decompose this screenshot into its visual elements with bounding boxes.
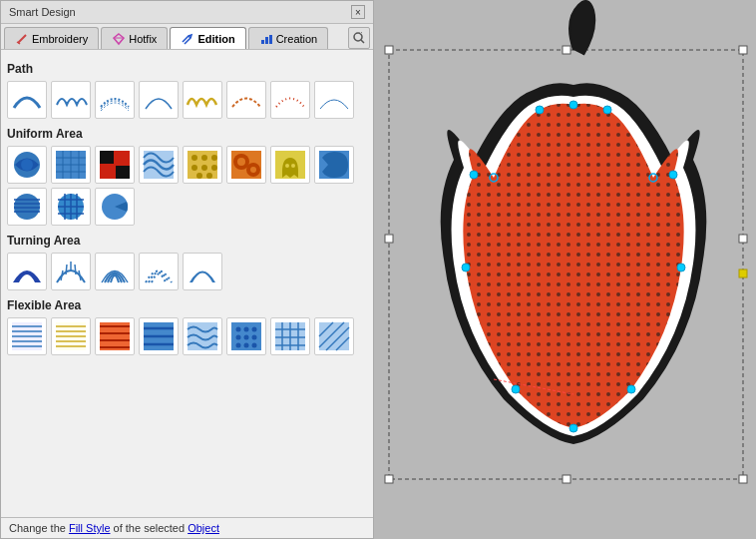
tab-creation-label: Creation xyxy=(276,33,318,45)
svg-point-123 xyxy=(627,385,635,393)
gem-icon xyxy=(112,32,126,46)
svg-point-127 xyxy=(603,106,611,114)
svg-point-129 xyxy=(536,106,544,114)
svg-line-0 xyxy=(18,35,26,43)
svg-point-25 xyxy=(191,155,197,161)
list-item[interactable] xyxy=(139,253,179,290)
list-item[interactable] xyxy=(51,317,91,355)
section-path-label: Path xyxy=(7,62,367,76)
list-item[interactable] xyxy=(7,188,47,226)
list-item[interactable] xyxy=(183,146,222,184)
tab-creation[interactable]: Creation xyxy=(248,27,329,49)
svg-point-39 xyxy=(285,164,289,168)
svg-point-27 xyxy=(211,155,217,161)
svg-line-4 xyxy=(189,36,190,38)
list-item[interactable] xyxy=(95,146,135,184)
svg-marker-2 xyxy=(114,34,124,44)
list-item[interactable] xyxy=(139,146,179,184)
svg-rect-6 xyxy=(265,37,268,44)
section-uniform-grid xyxy=(7,146,367,226)
status-bar: Change the Fill Style of the selected Ob… xyxy=(1,517,373,538)
list-item[interactable] xyxy=(226,317,266,355)
panel-close-button[interactable]: × xyxy=(351,5,365,19)
list-item[interactable] xyxy=(51,188,91,226)
search-button[interactable] xyxy=(348,27,370,49)
svg-point-122 xyxy=(569,424,577,432)
tab-edition[interactable]: Edition xyxy=(170,27,245,49)
list-item[interactable] xyxy=(95,317,135,355)
svg-point-128 xyxy=(569,101,577,109)
list-item[interactable] xyxy=(7,81,47,119)
status-text: Change the Fill Style of the selected Ob… xyxy=(9,522,219,534)
list-item[interactable] xyxy=(95,188,135,226)
list-item[interactable] xyxy=(270,81,310,119)
list-item[interactable] xyxy=(314,146,354,184)
list-item[interactable] xyxy=(270,317,310,355)
svg-rect-114 xyxy=(739,270,747,277)
canvas-area xyxy=(374,0,756,539)
svg-rect-99 xyxy=(319,322,349,350)
tab-edition-label: Edition xyxy=(197,33,234,45)
list-item[interactable] xyxy=(314,317,354,355)
svg-point-86 xyxy=(236,335,241,340)
list-item[interactable] xyxy=(7,146,47,184)
list-item[interactable] xyxy=(95,253,135,290)
list-item[interactable] xyxy=(7,253,47,290)
section-turning-label: Turning Area xyxy=(7,234,367,248)
list-item[interactable] xyxy=(139,317,179,355)
list-item[interactable] xyxy=(183,81,222,119)
svg-rect-108 xyxy=(739,46,747,54)
section-turning-grid xyxy=(7,253,367,290)
svg-rect-21 xyxy=(100,151,114,164)
svg-point-124 xyxy=(677,264,685,271)
tab-embroidery[interactable]: Embroidery xyxy=(4,27,99,49)
tab-hotfix-label: Hotfix xyxy=(129,33,157,45)
list-item[interactable] xyxy=(183,253,222,290)
svg-point-26 xyxy=(201,155,207,161)
svg-rect-110 xyxy=(739,235,747,243)
svg-point-28 xyxy=(191,165,197,171)
svg-point-32 xyxy=(206,173,212,179)
panel-title: Smart Design xyxy=(9,6,76,18)
list-item[interactable] xyxy=(139,81,179,119)
svg-line-59 xyxy=(79,270,81,280)
canvas-svg xyxy=(374,0,756,539)
svg-point-30 xyxy=(211,165,217,171)
search-icon xyxy=(352,31,366,45)
list-item[interactable] xyxy=(51,146,91,184)
tab-hotfix[interactable]: Hotfix xyxy=(101,27,168,49)
svg-point-8 xyxy=(354,33,362,41)
svg-line-55 xyxy=(61,270,63,280)
list-item[interactable] xyxy=(7,317,47,355)
svg-point-121 xyxy=(512,385,520,393)
svg-rect-112 xyxy=(563,475,570,483)
panel-title-bar: Smart Design × xyxy=(1,1,373,24)
section-uniform-label: Uniform Area xyxy=(7,127,367,141)
svg-rect-7 xyxy=(269,35,272,44)
list-item[interactable] xyxy=(183,317,222,355)
status-highlight1: Fill Style xyxy=(69,522,111,534)
list-item[interactable] xyxy=(51,81,91,119)
svg-line-58 xyxy=(75,265,76,274)
list-item[interactable] xyxy=(226,146,266,184)
list-item[interactable] xyxy=(314,81,354,119)
svg-point-90 xyxy=(244,343,249,348)
svg-point-91 xyxy=(252,343,257,348)
svg-rect-111 xyxy=(385,475,393,483)
list-item[interactable] xyxy=(95,81,135,119)
svg-point-88 xyxy=(252,335,257,340)
svg-point-87 xyxy=(244,335,249,340)
svg-point-84 xyxy=(244,327,249,332)
scroll-corner xyxy=(353,522,365,534)
svg-point-85 xyxy=(252,327,257,332)
svg-point-31 xyxy=(196,173,202,179)
svg-point-37 xyxy=(250,167,256,173)
tabs-row: Embroidery Hotfix Edition Cre xyxy=(1,24,373,50)
list-item[interactable] xyxy=(270,146,310,184)
svg-point-12 xyxy=(21,159,33,171)
svg-point-29 xyxy=(201,165,207,171)
list-item[interactable] xyxy=(226,81,266,119)
svg-rect-107 xyxy=(563,46,570,54)
list-item[interactable] xyxy=(51,253,91,290)
needle-icon xyxy=(15,32,29,46)
